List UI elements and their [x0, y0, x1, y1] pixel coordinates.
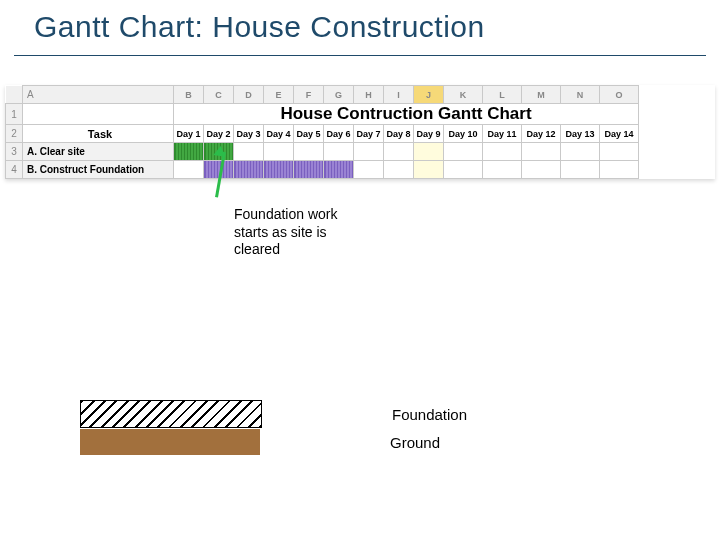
arrow-line-icon: [215, 152, 226, 198]
day-3-hdr: Day 3: [234, 125, 264, 143]
colhdr-A: A: [23, 86, 174, 104]
day-12-hdr: Day 12: [522, 125, 561, 143]
colhdr-I: I: [384, 86, 414, 104]
day-6-hdr: Day 6: [324, 125, 354, 143]
colhdr-M: M: [522, 86, 561, 104]
task-a-name: A. Clear site: [23, 143, 174, 161]
task-a-day9-selected: [414, 143, 444, 161]
task-b-day6: [324, 161, 354, 179]
colhdr-C: C: [204, 86, 234, 104]
row-1: 1 House Contruction Gantt Chart: [6, 104, 639, 125]
colhdr-H: H: [354, 86, 384, 104]
rowhdr-4: 4: [6, 161, 23, 179]
rowhdr-2: 2: [6, 125, 23, 143]
day-7-hdr: Day 7: [354, 125, 384, 143]
annotation-text: Foundation work starts as site is cleare…: [234, 206, 374, 259]
task-b-name: B. Construct Foundation: [23, 161, 174, 179]
annotation-arrow: [195, 148, 255, 208]
spreadsheet-gantt: A B C D E F G H I J K L M N O 1 House Co…: [5, 85, 715, 179]
day-13-hdr: Day 13: [561, 125, 600, 143]
legend-ground-swatch: [80, 429, 260, 455]
colhdr-B: B: [174, 86, 204, 104]
colhdr-D: D: [234, 86, 264, 104]
colhdr-F: F: [294, 86, 324, 104]
row-2: 2 Task Day 1 Day 2 Day 3 Day 4 Day 5 Day…: [6, 125, 639, 143]
day-1-hdr: Day 1: [174, 125, 204, 143]
colhdr-K: K: [444, 86, 483, 104]
corner-cell: [6, 86, 23, 104]
rowhdr-1: 1: [6, 104, 23, 125]
day-9-hdr: Day 9: [414, 125, 444, 143]
colhdr-E: E: [264, 86, 294, 104]
day-10-hdr: Day 10: [444, 125, 483, 143]
day-4-hdr: Day 4: [264, 125, 294, 143]
task-header: Task: [23, 125, 174, 143]
day-5-hdr: Day 5: [294, 125, 324, 143]
colhdr-L: L: [483, 86, 522, 104]
task-b-day5: [294, 161, 324, 179]
slide-title: Gantt Chart: House Construction: [34, 10, 485, 44]
title-underline: [14, 55, 706, 56]
legend: Foundation Ground: [80, 400, 680, 456]
col-letter-row: A B C D E F G H I J K L M N O: [6, 86, 639, 104]
gantt-chart-title: House Contruction Gantt Chart: [174, 104, 639, 125]
colhdr-G: G: [324, 86, 354, 104]
rowhdr-3: 3: [6, 143, 23, 161]
task-b-day9-selected: [414, 161, 444, 179]
row-4: 4 B. Construct Foundation: [6, 161, 639, 179]
colhdr-O: O: [600, 86, 639, 104]
legend-ground-row: Ground: [80, 428, 680, 456]
day-11-hdr: Day 11: [483, 125, 522, 143]
gantt-table: A B C D E F G H I J K L M N O 1 House Co…: [5, 85, 639, 179]
day-8-hdr: Day 8: [384, 125, 414, 143]
task-b-day4: [264, 161, 294, 179]
day-14-hdr: Day 14: [600, 125, 639, 143]
day-2-hdr: Day 2: [204, 125, 234, 143]
legend-foundation-row: Foundation: [80, 400, 680, 428]
legend-foundation-label: Foundation: [392, 406, 467, 423]
colhdr-J: J: [414, 86, 444, 104]
legend-ground-label: Ground: [390, 434, 440, 451]
colhdr-N: N: [561, 86, 600, 104]
row-3: 3 A. Clear site: [6, 143, 639, 161]
legend-foundation-swatch: [80, 400, 262, 428]
